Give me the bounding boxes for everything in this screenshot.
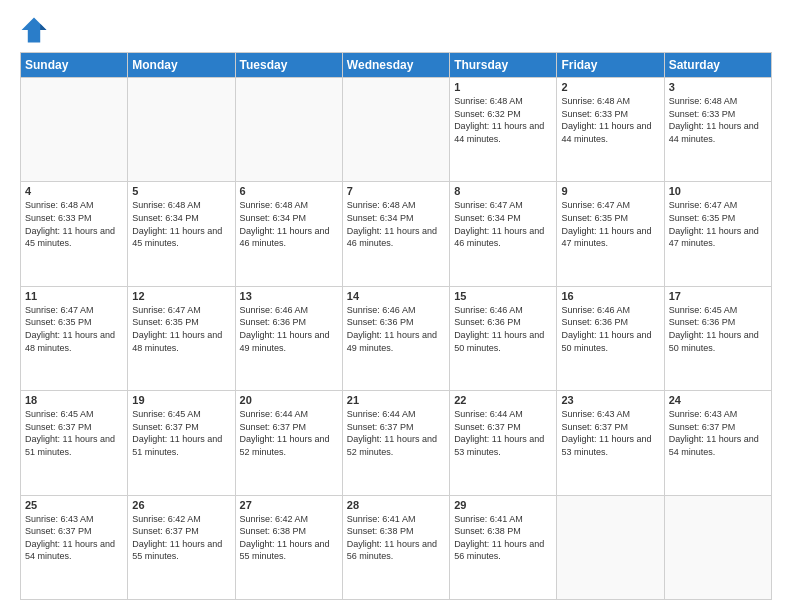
day-info: Sunrise: 6:44 AM Sunset: 6:37 PM Dayligh… [347, 408, 445, 458]
day-info: Sunrise: 6:42 AM Sunset: 6:38 PM Dayligh… [240, 513, 338, 563]
calendar-cell: 13Sunrise: 6:46 AM Sunset: 6:36 PM Dayli… [235, 286, 342, 390]
calendar-cell: 18Sunrise: 6:45 AM Sunset: 6:37 PM Dayli… [21, 391, 128, 495]
day-number: 2 [561, 81, 659, 93]
calendar-week-row: 1Sunrise: 6:48 AM Sunset: 6:32 PM Daylig… [21, 78, 772, 182]
calendar-cell: 28Sunrise: 6:41 AM Sunset: 6:38 PM Dayli… [342, 495, 449, 599]
calendar-cell: 3Sunrise: 6:48 AM Sunset: 6:33 PM Daylig… [664, 78, 771, 182]
calendar-cell: 9Sunrise: 6:47 AM Sunset: 6:35 PM Daylig… [557, 182, 664, 286]
calendar-cell [128, 78, 235, 182]
calendar-cell [664, 495, 771, 599]
calendar-cell: 8Sunrise: 6:47 AM Sunset: 6:34 PM Daylig… [450, 182, 557, 286]
day-number: 24 [669, 394, 767, 406]
calendar-week-row: 25Sunrise: 6:43 AM Sunset: 6:37 PM Dayli… [21, 495, 772, 599]
day-info: Sunrise: 6:41 AM Sunset: 6:38 PM Dayligh… [347, 513, 445, 563]
day-number: 3 [669, 81, 767, 93]
calendar-cell: 11Sunrise: 6:47 AM Sunset: 6:35 PM Dayli… [21, 286, 128, 390]
calendar-cell [235, 78, 342, 182]
calendar-cell: 17Sunrise: 6:45 AM Sunset: 6:36 PM Dayli… [664, 286, 771, 390]
day-number: 1 [454, 81, 552, 93]
day-number: 17 [669, 290, 767, 302]
logo-icon [20, 16, 48, 44]
day-number: 28 [347, 499, 445, 511]
calendar-cell: 24Sunrise: 6:43 AM Sunset: 6:37 PM Dayli… [664, 391, 771, 495]
calendar-cell: 16Sunrise: 6:46 AM Sunset: 6:36 PM Dayli… [557, 286, 664, 390]
weekday-header: Saturday [664, 53, 771, 78]
calendar-cell: 22Sunrise: 6:44 AM Sunset: 6:37 PM Dayli… [450, 391, 557, 495]
day-info: Sunrise: 6:45 AM Sunset: 6:36 PM Dayligh… [669, 304, 767, 354]
day-number: 4 [25, 185, 123, 197]
day-info: Sunrise: 6:44 AM Sunset: 6:37 PM Dayligh… [454, 408, 552, 458]
day-info: Sunrise: 6:48 AM Sunset: 6:33 PM Dayligh… [669, 95, 767, 145]
day-number: 25 [25, 499, 123, 511]
day-number: 7 [347, 185, 445, 197]
svg-marker-1 [40, 24, 46, 30]
calendar-cell [342, 78, 449, 182]
day-info: Sunrise: 6:47 AM Sunset: 6:35 PM Dayligh… [561, 199, 659, 249]
calendar-week-row: 11Sunrise: 6:47 AM Sunset: 6:35 PM Dayli… [21, 286, 772, 390]
calendar-cell: 25Sunrise: 6:43 AM Sunset: 6:37 PM Dayli… [21, 495, 128, 599]
calendar-cell: 4Sunrise: 6:48 AM Sunset: 6:33 PM Daylig… [21, 182, 128, 286]
calendar-cell: 2Sunrise: 6:48 AM Sunset: 6:33 PM Daylig… [557, 78, 664, 182]
calendar-cell: 29Sunrise: 6:41 AM Sunset: 6:38 PM Dayli… [450, 495, 557, 599]
day-info: Sunrise: 6:43 AM Sunset: 6:37 PM Dayligh… [561, 408, 659, 458]
day-number: 22 [454, 394, 552, 406]
day-info: Sunrise: 6:47 AM Sunset: 6:35 PM Dayligh… [669, 199, 767, 249]
day-info: Sunrise: 6:42 AM Sunset: 6:37 PM Dayligh… [132, 513, 230, 563]
day-number: 18 [25, 394, 123, 406]
day-info: Sunrise: 6:46 AM Sunset: 6:36 PM Dayligh… [240, 304, 338, 354]
day-info: Sunrise: 6:48 AM Sunset: 6:34 PM Dayligh… [240, 199, 338, 249]
day-info: Sunrise: 6:48 AM Sunset: 6:33 PM Dayligh… [561, 95, 659, 145]
day-number: 8 [454, 185, 552, 197]
day-number: 19 [132, 394, 230, 406]
calendar-cell: 23Sunrise: 6:43 AM Sunset: 6:37 PM Dayli… [557, 391, 664, 495]
calendar-cell: 10Sunrise: 6:47 AM Sunset: 6:35 PM Dayli… [664, 182, 771, 286]
calendar-cell: 26Sunrise: 6:42 AM Sunset: 6:37 PM Dayli… [128, 495, 235, 599]
day-number: 27 [240, 499, 338, 511]
calendar-cell: 14Sunrise: 6:46 AM Sunset: 6:36 PM Dayli… [342, 286, 449, 390]
day-number: 15 [454, 290, 552, 302]
weekday-header: Wednesday [342, 53, 449, 78]
day-number: 9 [561, 185, 659, 197]
calendar-cell: 1Sunrise: 6:48 AM Sunset: 6:32 PM Daylig… [450, 78, 557, 182]
calendar-cell [21, 78, 128, 182]
day-number: 5 [132, 185, 230, 197]
day-info: Sunrise: 6:43 AM Sunset: 6:37 PM Dayligh… [25, 513, 123, 563]
day-number: 13 [240, 290, 338, 302]
day-info: Sunrise: 6:48 AM Sunset: 6:34 PM Dayligh… [132, 199, 230, 249]
day-number: 16 [561, 290, 659, 302]
weekday-header: Thursday [450, 53, 557, 78]
day-info: Sunrise: 6:46 AM Sunset: 6:36 PM Dayligh… [347, 304, 445, 354]
day-number: 26 [132, 499, 230, 511]
day-number: 14 [347, 290, 445, 302]
calendar-cell: 6Sunrise: 6:48 AM Sunset: 6:34 PM Daylig… [235, 182, 342, 286]
weekday-header: Monday [128, 53, 235, 78]
weekday-header: Friday [557, 53, 664, 78]
weekday-header: Sunday [21, 53, 128, 78]
calendar-cell: 15Sunrise: 6:46 AM Sunset: 6:36 PM Dayli… [450, 286, 557, 390]
day-info: Sunrise: 6:47 AM Sunset: 6:35 PM Dayligh… [25, 304, 123, 354]
day-info: Sunrise: 6:48 AM Sunset: 6:34 PM Dayligh… [347, 199, 445, 249]
calendar-cell: 20Sunrise: 6:44 AM Sunset: 6:37 PM Dayli… [235, 391, 342, 495]
day-info: Sunrise: 6:41 AM Sunset: 6:38 PM Dayligh… [454, 513, 552, 563]
day-info: Sunrise: 6:48 AM Sunset: 6:32 PM Dayligh… [454, 95, 552, 145]
calendar-week-row: 18Sunrise: 6:45 AM Sunset: 6:37 PM Dayli… [21, 391, 772, 495]
calendar-cell: 5Sunrise: 6:48 AM Sunset: 6:34 PM Daylig… [128, 182, 235, 286]
day-info: Sunrise: 6:47 AM Sunset: 6:35 PM Dayligh… [132, 304, 230, 354]
calendar-cell [557, 495, 664, 599]
day-info: Sunrise: 6:45 AM Sunset: 6:37 PM Dayligh… [25, 408, 123, 458]
day-number: 23 [561, 394, 659, 406]
logo [20, 16, 52, 44]
calendar-cell: 12Sunrise: 6:47 AM Sunset: 6:35 PM Dayli… [128, 286, 235, 390]
day-info: Sunrise: 6:45 AM Sunset: 6:37 PM Dayligh… [132, 408, 230, 458]
day-info: Sunrise: 6:43 AM Sunset: 6:37 PM Dayligh… [669, 408, 767, 458]
weekday-header-row: SundayMondayTuesdayWednesdayThursdayFrid… [21, 53, 772, 78]
day-number: 10 [669, 185, 767, 197]
day-number: 21 [347, 394, 445, 406]
day-info: Sunrise: 6:44 AM Sunset: 6:37 PM Dayligh… [240, 408, 338, 458]
day-info: Sunrise: 6:46 AM Sunset: 6:36 PM Dayligh… [454, 304, 552, 354]
calendar-cell: 21Sunrise: 6:44 AM Sunset: 6:37 PM Dayli… [342, 391, 449, 495]
page: SundayMondayTuesdayWednesdayThursdayFrid… [0, 0, 792, 612]
day-number: 29 [454, 499, 552, 511]
calendar: SundayMondayTuesdayWednesdayThursdayFrid… [20, 52, 772, 600]
day-info: Sunrise: 6:46 AM Sunset: 6:36 PM Dayligh… [561, 304, 659, 354]
